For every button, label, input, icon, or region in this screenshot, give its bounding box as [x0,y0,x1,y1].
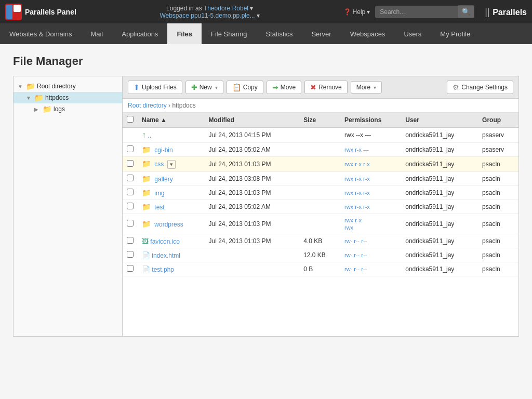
permissions-link[interactable]: rwx r-x r-x [344,176,370,182]
row-check [123,248,138,262]
row-user: ondricka5911_jay [401,214,478,234]
row-checkbox[interactable] [127,160,134,167]
folder-icon: 📁 [142,159,151,168]
row-size [299,200,340,214]
row-dropdown-button[interactable]: ▾ [167,160,176,169]
nav-item-applications[interactable]: Applications [112,23,167,44]
nav-item-users[interactable]: Users [394,23,431,44]
file-link[interactable]: cgi-bin [154,147,172,154]
table-row: 📁 wordpress Jul 24, 2013 01:03 PM rwx r-… [123,214,518,234]
file-link[interactable]: test [154,204,164,211]
select-all-checkbox[interactable] [127,116,134,123]
nav-item-websites-domains[interactable]: Websites & Domains [0,23,81,44]
help-button[interactable]: ❓ Help ▾ [343,8,370,16]
row-check [123,128,138,143]
row-modified: Jul 24, 2013 01:03 PM [204,234,299,248]
row-modified: Jul 24, 2013 01:03 PM [204,157,299,172]
search-input[interactable] [375,6,458,18]
col-header-size: Size [299,113,340,128]
row-permissions: rwx r-xrwx [340,214,401,234]
root-folder-icon: 📁 [26,82,35,90]
nav-item-statistics[interactable]: Statistics [256,23,302,44]
row-checkbox[interactable] [127,220,134,227]
row-name: 📁 css ▾ [138,157,204,172]
row-checkbox[interactable] [127,175,134,181]
nav-item-server[interactable]: Server [302,23,340,44]
change-settings-label: Change Settings [461,84,508,91]
file-link[interactable]: index.html [152,252,180,259]
row-modified: Jul 24, 2013 04:15 PM [204,128,299,143]
row-name: 📁 gallery [138,172,204,186]
move-button[interactable]: ➡ Move [267,81,301,94]
breadcrumb-root-link[interactable]: Root directory [128,102,167,109]
file-link[interactable]: wordpress [154,221,183,228]
table-row: 📄 index.html 12.0 KB rw- r-- r-- ondrick… [123,248,518,262]
permissions-link[interactable]: rwx r-x --- [344,147,369,153]
row-permissions: rwx r-x --- [340,143,401,157]
row-user: ondricka5911_jay [401,128,478,143]
col-header-name[interactable]: Name ▲ [138,113,204,128]
more-dropdown-arrow: ▾ [374,85,376,90]
permissions-link[interactable]: rwx r-x r-x [344,204,370,210]
file-manager-container: ▼ 📁 Root directory ▼ 📁 httpdocs ▶ 📁 logs… [13,76,519,337]
svg-rect-2 [14,5,21,12]
nav-item-file-sharing[interactable]: File Sharing [202,23,256,44]
row-checkbox[interactable] [127,203,134,209]
new-button[interactable]: ✚ New ▾ [185,81,223,94]
permissions-link[interactable]: rwx r-xrwx [344,217,362,231]
sidebar-root[interactable]: ▼ 📁 Root directory [14,81,122,92]
permissions-link[interactable]: rw- r-- r-- [344,252,367,258]
row-name: ↑ .. [138,128,204,143]
upload-files-button[interactable]: ⬆ Upload Files [128,81,182,94]
folder-icon: 📁 [142,145,151,154]
nav-item-my-profile[interactable]: My Profile [431,23,480,44]
permissions-link[interactable]: rw- r-- r-- [344,238,367,244]
file-link[interactable]: css [154,161,164,168]
row-checkbox[interactable] [127,189,134,195]
row-checkbox[interactable] [127,145,134,152]
webspace-link[interactable]: Webspace ppu11-5.demo.pp.ple... [159,12,255,19]
nav-item-webspaces[interactable]: Webspaces [341,23,395,44]
sidebar: ▼ 📁 Root directory ▼ 📁 httpdocs ▶ 📁 logs [14,76,123,336]
row-checkbox[interactable] [127,265,134,272]
file-link[interactable]: favicon.ico [150,238,180,245]
copy-button[interactable]: 📋 Copy [227,81,263,94]
remove-button[interactable]: ✖ Remove [304,81,348,94]
row-name: 📁 cgi-bin [138,143,204,157]
row-name: 📄 test.php [138,262,204,276]
permissions-link[interactable]: rw- r-- r-- [344,266,367,272]
file-link[interactable]: test.php [152,266,174,273]
sidebar-item-logs[interactable]: ▶ 📁 logs [14,103,122,115]
col-header-permissions: Permissions [340,113,401,128]
remove-icon: ✖ [310,83,316,91]
file-table-wrapper: Name ▲ Modified Size Permissions User Gr… [123,113,518,276]
sidebar-root-label: Root directory [37,83,76,90]
breadcrumb: Root directory › httpdocs [123,99,518,113]
image-file-icon: 🖼 [142,237,149,245]
row-checkbox[interactable] [127,237,134,244]
row-group: psacln [478,157,518,172]
nav-item-mail[interactable]: Mail [81,23,112,44]
row-group: psacln [478,234,518,248]
row-check [123,186,138,200]
copy-label: Copy [243,84,258,91]
user-link[interactable]: Theodore Robel [204,5,248,12]
file-link[interactable]: gallery [154,176,172,183]
table-row: ↑ .. Jul 24, 2013 04:15 PM rwx --x --- o… [123,128,518,143]
file-link[interactable]: img [154,190,164,197]
up-link[interactable]: .. [148,132,151,139]
tree-toggle-logs: ▶ [34,107,41,112]
row-user: ondricka5911_jay [401,143,478,157]
search-button[interactable]: 🔍 [458,5,474,18]
sidebar-item-httpdocs[interactable]: ▼ 📁 httpdocs [14,92,122,103]
row-check [123,172,138,186]
change-settings-button[interactable]: ⚙ Change Settings [447,81,513,94]
more-button[interactable]: More ▾ [351,81,382,94]
nav-item-files[interactable]: Files [167,23,202,44]
row-name: 🖼 favicon.ico [138,234,204,248]
move-label: Move [281,84,296,91]
permissions-link[interactable]: rwx r-x r-x [344,161,370,167]
file-table: Name ▲ Modified Size Permissions User Gr… [123,113,518,276]
permissions-link[interactable]: rwx r-x r-x [344,190,370,196]
row-checkbox[interactable] [127,251,134,258]
